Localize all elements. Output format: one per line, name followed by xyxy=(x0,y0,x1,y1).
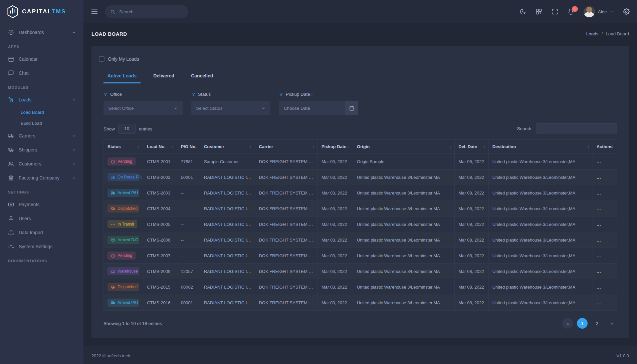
notifications-button[interactable]: 1 xyxy=(568,8,574,15)
tab-delivered[interactable]: Delivered xyxy=(149,70,178,83)
row-actions-button[interactable]: ... xyxy=(597,206,601,211)
gear-icon xyxy=(623,8,630,15)
row-actions-button[interactable]: ... xyxy=(597,238,601,243)
sidebar-item-system-settings[interactable]: System Settings xyxy=(0,240,83,254)
row-actions-button[interactable]: ... xyxy=(597,222,601,227)
column-header-p-o-no[interactable]: P/O No. xyxy=(177,140,200,154)
column-header-carrier[interactable]: Carrier xyxy=(255,140,318,154)
del-date-cell: Mar 08, 2022 xyxy=(455,232,488,248)
row-actions-button[interactable]: ... xyxy=(597,269,601,274)
user-icon xyxy=(8,216,14,222)
sidebar-item-carriers[interactable]: Carriers xyxy=(0,129,83,143)
pickup-date-cell: Mar 03, 2022 xyxy=(317,217,353,232)
row-actions-button[interactable]: ... xyxy=(597,191,601,196)
sidebar-item-shippers[interactable]: Shippers xyxy=(0,143,83,157)
sidebar-item-loads[interactable]: Loads xyxy=(0,93,83,107)
carrier-cell: DOK FREIGHT SYSTEM LLC. xyxy=(255,232,318,248)
chevron-up-icon xyxy=(72,98,76,102)
checkbox-box[interactable] xyxy=(99,56,104,62)
row-actions-button[interactable]: ... xyxy=(597,285,601,290)
column-header-del-date[interactable]: Del. Date xyxy=(455,140,488,154)
tab-cancelled[interactable]: Cancelled xyxy=(187,70,217,83)
pagination-page-2[interactable]: 2 xyxy=(592,318,602,329)
sort-icon xyxy=(586,144,591,149)
main-area: 1 Alec LOAD BOARD Loads/Load Board Only … xyxy=(83,0,637,364)
fullscreen-icon xyxy=(552,8,558,15)
sidebar-item-label: System Settings xyxy=(19,244,52,249)
sidebar-item-dashboards[interactable]: Dashboards xyxy=(0,25,83,39)
bank-icon xyxy=(8,175,14,181)
table-row: On Route P/UCTMS-200250001RADIANT LOGIST… xyxy=(104,169,617,185)
row-actions-button[interactable]: ... xyxy=(597,253,601,258)
status-cell: Arrived P/U xyxy=(104,185,143,201)
sidebar-item-factoring-company[interactable]: Factoring Company xyxy=(0,171,83,185)
sidebar-item-calendar[interactable]: Calendar xyxy=(0,52,83,66)
fullscreen-button[interactable] xyxy=(552,8,558,15)
table-search: Search: xyxy=(517,123,617,134)
column-header-load-no[interactable]: Load No. xyxy=(143,140,177,154)
sidebar-subitem-load-board[interactable]: Load Board xyxy=(0,107,83,118)
column-header-destination[interactable]: Destination xyxy=(488,140,593,154)
tab-active-loads[interactable]: Active Loads xyxy=(103,70,141,83)
pagination-next-button[interactable]: » xyxy=(606,318,617,329)
status-badge-pending: Pending xyxy=(108,252,136,260)
user-menu[interactable]: Alec xyxy=(584,6,614,17)
sliders-icon xyxy=(8,244,14,250)
column-header-origin[interactable]: Origin xyxy=(353,140,454,154)
destination-cell: United plastic Warehouse 3/Leominster,MA xyxy=(488,264,593,279)
topbar: 1 Alec xyxy=(83,0,637,23)
footer-version: V1.0.0 xyxy=(616,353,629,358)
table-header-row: StatusLoad No.P/O No.CustomerCarrierPick… xyxy=(104,140,617,154)
row-actions-button[interactable]: ... xyxy=(597,175,601,180)
entries-count-input[interactable]: 10 xyxy=(118,124,136,134)
breadcrumb-parent[interactable]: Loads xyxy=(586,31,599,36)
load-no-cell: CTMS-2006 xyxy=(143,232,177,248)
office-select[interactable]: Select Office xyxy=(103,101,183,115)
sidebar-item-users[interactable]: Users xyxy=(0,212,83,226)
topbar-search-input[interactable] xyxy=(119,9,183,15)
apps-grid-button[interactable] xyxy=(536,8,542,15)
map-pin-icon xyxy=(111,238,115,242)
pagination-page-1[interactable]: 1 xyxy=(577,318,588,329)
destination-cell: United plastic Warehouse 3/Leominster,MA xyxy=(488,279,593,295)
status-badge-dispatched: Dispatched xyxy=(108,283,139,291)
sidebar-item-chat[interactable]: Chat xyxy=(0,66,83,80)
customer-cell: RADIANT LOGISTIC INC. xyxy=(200,264,255,279)
actions-cell: ... xyxy=(593,201,617,217)
chevron-down-icon xyxy=(261,106,266,110)
column-header-actions[interactable]: Actions xyxy=(593,140,617,154)
panel-inner: Active LoadsDeliveredCancelled Office Se… xyxy=(103,70,617,329)
row-actions-button[interactable]: ... xyxy=(597,300,601,305)
status-select[interactable]: Select Status xyxy=(191,101,270,115)
pagination-prev-button[interactable]: « xyxy=(562,318,573,329)
calendar-button[interactable] xyxy=(345,101,358,115)
row-actions-button[interactable]: ... xyxy=(597,159,601,164)
column-header-status[interactable]: Status xyxy=(104,140,143,154)
menu-toggle-button[interactable] xyxy=(91,8,98,15)
breadcrumb: Loads/Load Board xyxy=(586,31,629,36)
table-search-input[interactable] xyxy=(536,123,617,134)
sidebar-item-payments[interactable]: Payments xyxy=(0,198,83,212)
customer-cell: RADIANT LOGISTIC INC. xyxy=(200,248,255,264)
column-header-pickup-date[interactable]: Pickup Date xyxy=(317,140,353,154)
pickup-date-input[interactable] xyxy=(279,101,345,115)
po-no-cell: 00002 xyxy=(177,279,200,295)
load-board-panel: Only My Loads Active LoadsDeliveredCance… xyxy=(91,46,629,338)
topbar-search[interactable] xyxy=(105,5,188,18)
origin-cell: United plastic Warehouse 3/Leominster,MA xyxy=(353,169,454,185)
po-no-cell: -- xyxy=(177,248,200,264)
theme-toggle-button[interactable] xyxy=(519,8,526,15)
status-cell: Pending xyxy=(104,248,143,264)
sidebar-item-customers[interactable]: Customers xyxy=(0,157,83,171)
brand-logo[interactable]: CAPITALTMS xyxy=(0,0,83,23)
table-controls: Show10entries Search: xyxy=(103,123,617,134)
chat-icon xyxy=(8,70,14,76)
sidebar-subitem-build-load[interactable]: Build Load xyxy=(0,118,83,129)
only-my-loads-checkbox[interactable]: Only My Loads xyxy=(99,56,139,62)
sidebar-item-data-import[interactable]: Data Import xyxy=(0,226,83,240)
column-header-customer[interactable]: Customer xyxy=(200,140,255,154)
search-icon xyxy=(110,9,115,14)
page-title-bar: LOAD BOARD Loads/Load Board xyxy=(83,23,637,44)
del-date-cell: Mar 08, 2022 xyxy=(455,295,488,311)
settings-button[interactable] xyxy=(623,8,630,15)
